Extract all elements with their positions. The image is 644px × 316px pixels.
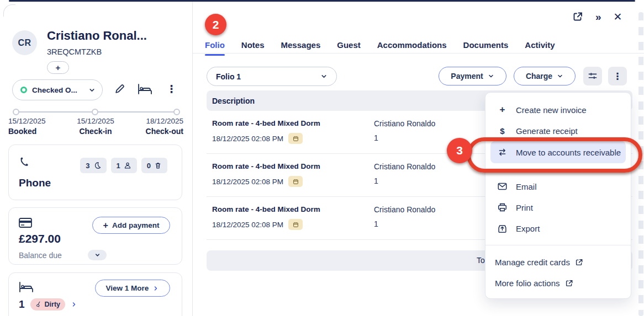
phone-title: Phone — [19, 177, 51, 189]
row-qty: 1 — [374, 133, 378, 142]
sidebar-divider — [192, 2, 193, 316]
external-link-icon — [575, 258, 583, 266]
guests-badge: 1 — [111, 158, 137, 173]
menu-divider — [485, 245, 631, 245]
menu-item-label: Export — [516, 224, 540, 233]
payment-card: + Add payment £297.00 Balance due — [8, 207, 182, 265]
row-datetime: 18/12/2025 02:08 PM — [212, 178, 283, 186]
row-description: Room rate - 4-bed Mixed Dorm — [212, 205, 320, 213]
dirty-label: Dirty — [45, 301, 60, 308]
menu-item-print[interactable]: Print — [485, 197, 631, 218]
menu-item-generate-receipt[interactable]: $ Generate receipt — [485, 120, 631, 141]
credit-card-icon — [19, 218, 32, 228]
external-link-icon — [565, 279, 573, 287]
calendar-icon — [293, 136, 299, 142]
step-3-badge: 3 — [447, 138, 472, 163]
menu-item-manage-credit-cards[interactable]: Manage credit cards — [485, 251, 631, 272]
chevron-down-icon — [88, 87, 96, 94]
tabs-divider — [193, 53, 644, 53]
broom-icon — [35, 301, 42, 308]
row-datetime: 18/12/2025 02:08 PM — [212, 135, 283, 143]
calendar-icon — [293, 222, 299, 228]
menu-item-label: Move to accounts receivable — [516, 148, 621, 157]
open-external-icon[interactable] — [572, 11, 583, 22]
chevron-right-icon[interactable] — [71, 301, 77, 308]
room-icon[interactable] — [138, 84, 152, 94]
export-icon — [497, 224, 508, 233]
close-icon[interactable]: ✕ — [614, 12, 622, 22]
timeline-checkin: 15/12/2025 Check-in — [65, 117, 126, 136]
sliders-icon — [588, 71, 598, 81]
auto-posted-badge — [288, 133, 303, 144]
add-payment-button[interactable]: + Add payment — [92, 217, 170, 234]
nights-count: 3 — [86, 162, 89, 170]
person-icon — [124, 162, 131, 169]
timeline-dot-checkin — [92, 109, 98, 115]
row-guest: Cristiano Ronaldo — [374, 205, 435, 214]
menu-item-label: Manage credit cards — [495, 258, 570, 267]
rooms-card: View 1 More 1 Dirty — [8, 272, 182, 316]
row-qty: 1 — [374, 219, 378, 228]
charge-label: Charge — [526, 72, 552, 81]
scrollbar-track[interactable] — [638, 12, 643, 316]
menu-item-label: Generate receipt — [516, 126, 578, 136]
checkout-label: Check-out — [123, 127, 183, 136]
avatar: CR — [12, 30, 37, 55]
menu-item-more-folio-actions[interactable]: More folio actions — [485, 272, 631, 293]
dollar-icon: $ — [497, 126, 508, 136]
top-border — [9, 0, 635, 2]
rooms-count: 1 — [19, 298, 25, 310]
balance-due-label: Balance due — [19, 251, 62, 260]
menu-item-move-to-accounts-receivable[interactable]: Move to accounts receivable — [490, 141, 626, 163]
booked-date: 15/12/2025 — [8, 117, 69, 125]
step-2-badge: 2 — [205, 14, 226, 35]
phone-icon — [19, 156, 31, 168]
folio-actions-button[interactable]: ⋮ — [608, 67, 627, 85]
chevron-down-icon — [488, 73, 494, 79]
folio-select-value: Folio 1 — [216, 72, 320, 81]
row-guest: Cristiano Ronaldo — [374, 119, 435, 128]
menu-item-email[interactable]: Email — [485, 176, 631, 197]
auto-posted-badge — [288, 219, 303, 230]
edit-icon[interactable] — [114, 83, 125, 95]
filter-button[interactable] — [583, 67, 602, 85]
chevron-down-icon — [320, 73, 328, 80]
menu-item-label: More folio actions — [495, 278, 560, 288]
collapse-panel-icon[interactable]: » — [595, 12, 601, 22]
payment-dropdown-button[interactable]: Payment — [439, 67, 506, 85]
balance-amount: £297.00 — [19, 232, 61, 245]
chevron-right-icon — [152, 285, 159, 292]
status-dropdown[interactable]: Checked O... — [12, 79, 103, 100]
panel-corner — [3, 4, 15, 17]
menu-item-label: Print — [516, 203, 533, 212]
menu-item-create-new-invoice[interactable]: + Create new invoice — [485, 99, 631, 120]
timeline-checkout: 18/12/2025 Check-out — [123, 117, 183, 136]
row-datetime: 18/12/2025 02:08 PM — [212, 221, 283, 229]
booking-code: 3REQCMTZKB — [47, 47, 102, 56]
kebab-menu-icon[interactable]: ⋮ — [166, 84, 177, 94]
menu-item-label: Create new invoice — [516, 105, 587, 115]
add-tag-button[interactable]: + — [47, 61, 69, 74]
status-dot-icon — [20, 87, 27, 93]
add-payment-label: Add payment — [112, 221, 160, 229]
email-icon — [497, 183, 508, 190]
booked-label: Booked — [8, 127, 69, 136]
dirty-status-badge: Dirty — [30, 298, 65, 310]
folio-select[interactable]: Folio 1 — [207, 67, 337, 86]
trash-icon — [154, 162, 162, 169]
folio-actions-menu: + Create new invoice $ Generate receipt … — [485, 92, 631, 299]
balance-expand-button[interactable] — [88, 250, 107, 260]
checkin-label: Check-in — [65, 127, 126, 136]
charge-dropdown-button[interactable]: Charge — [514, 67, 576, 85]
bin-badge: 0 — [141, 158, 167, 173]
row-guest: Cristiano Ronaldo — [374, 162, 435, 171]
view-more-button[interactable]: View 1 More — [95, 280, 170, 297]
timeline-dot-checkout — [173, 109, 180, 115]
timeline-booked: 15/12/2025 Booked — [8, 117, 69, 136]
menu-divider — [485, 169, 631, 170]
row-description: Room rate - 4-bed Mixed Dorm — [212, 119, 320, 127]
menu-item-export[interactable]: Export — [485, 218, 631, 239]
plus-icon: + — [103, 221, 108, 231]
row-qty: 1 — [374, 176, 378, 185]
guests-count: 1 — [117, 162, 120, 170]
